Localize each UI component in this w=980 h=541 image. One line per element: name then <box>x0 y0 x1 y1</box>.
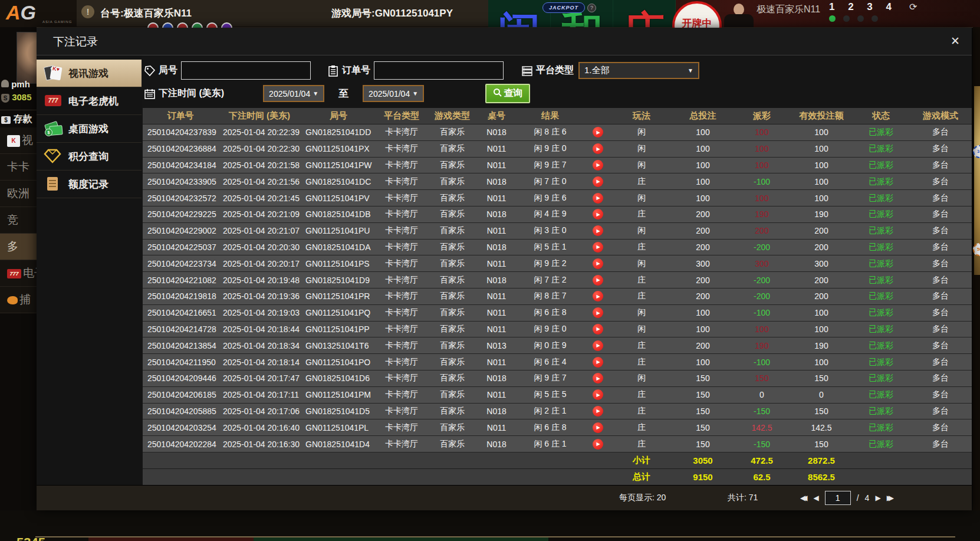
cards-icon: 9 K♥ <box>44 65 64 81</box>
bg-menu-item-kaka[interactable]: 卡卡 <box>0 154 37 181</box>
play-icon[interactable]: ▶ <box>593 209 603 219</box>
cell-payout: 190 <box>734 209 790 219</box>
table-row: 2501042042250372025-01-04 20:20:30GN0182… <box>143 240 972 256</box>
help-icon[interactable]: ? <box>587 4 596 12</box>
nav-item-slots[interactable]: 777 电子老虎机 <box>37 87 142 115</box>
screen: AG ASIA GAMING ! 台号:极速百家乐N11 游戏局号:GN0112… <box>0 0 980 541</box>
play-icon[interactable]: ▶ <box>593 291 603 301</box>
play-icon[interactable]: ▶ <box>593 225 603 236</box>
refresh-icon[interactable]: ⟳ <box>909 1 917 12</box>
cell-total: 100 <box>672 308 734 317</box>
play-icon[interactable]: ▶ <box>593 406 603 417</box>
cell-round: GN011251041PR <box>301 291 376 301</box>
cell-status: 已派彩 <box>853 439 909 450</box>
page-number-input[interactable] <box>825 491 851 505</box>
cell-mode: 多台 <box>909 389 972 400</box>
cell-mode: 多台 <box>909 439 972 450</box>
bg-menu-item-fishing[interactable]: 捕 <box>0 287 37 313</box>
cell-mode: 多台 <box>909 242 972 253</box>
col-header-order: 订单号 <box>143 110 218 122</box>
cell-result: 闲 9 庄 0 <box>515 143 585 154</box>
bet-button-player[interactable]: 闲 <box>488 0 551 27</box>
cell-mode: 多台 <box>909 258 972 269</box>
table-header-row: 订单号下注时间 (美东)局号平台类型游戏类型桌号结果玩法总投注派彩有效投注额状态… <box>143 108 972 124</box>
cell-bet: 庄 <box>611 209 672 219</box>
cell-order: 250104204234184 <box>143 160 218 170</box>
modal-title-bar: 下注记录 ✕ <box>37 28 972 55</box>
date-from-select[interactable]: 2025/01/04 ▼ <box>263 85 324 102</box>
subtotal-row-cell-total: 3050 <box>672 455 734 465</box>
next-page-icon[interactable]: ▶ <box>875 494 880 502</box>
bg-menu-item-video[interactable]: K视 <box>0 127 37 154</box>
play-icon[interactable]: ▶ <box>593 439 603 450</box>
bet-button-banker[interactable]: 庄 <box>613 0 676 27</box>
play-icon[interactable]: ▶ <box>593 357 603 368</box>
bg-menu-item-slots[interactable]: 777电子 <box>0 260 37 287</box>
nav-item-table-games[interactable]: $ 桌面游戏 <box>37 115 142 143</box>
cell-valid: 150 <box>790 373 853 383</box>
play-icon[interactable]: ▶ <box>593 340 603 351</box>
cell-bet: 闲 <box>611 193 672 204</box>
camera-numbers[interactable]: 1 2 3 4 <box>829 1 897 13</box>
cell-order: 250104204202284 <box>143 440 218 449</box>
play-icon[interactable]: ▶ <box>593 176 603 187</box>
bg-menu-item-jing[interactable]: 竞 <box>0 207 37 234</box>
play-icon[interactable]: ▶ <box>593 143 603 154</box>
nav-label: 桌面游戏 <box>68 122 108 136</box>
camera-dot-active <box>829 15 836 22</box>
jackpot-badge[interactable]: JACKPOT <box>542 2 585 13</box>
play-icon[interactable]: ▶ <box>593 324 603 335</box>
date-to-select[interactable]: 2025/01/04 ▼ <box>363 85 424 102</box>
round-id-input[interactable] <box>181 61 311 80</box>
play-icon[interactable]: ▶ <box>593 373 603 383</box>
cell-play: ▶ <box>585 143 611 154</box>
nav-item-video-games[interactable]: 9 K♥ 视讯游戏 <box>37 60 142 87</box>
cell-valid: 100 <box>790 144 853 153</box>
bg-menu-item-multi[interactable]: 多 <box>0 234 37 260</box>
camera-dot <box>872 15 878 22</box>
query-button[interactable]: 查询 <box>485 84 530 103</box>
cell-play: ▶ <box>585 439 611 450</box>
close-icon[interactable]: ✕ <box>951 34 960 48</box>
cell-platform: 卡卡湾厅 <box>376 307 427 318</box>
cell-status: 已派彩 <box>853 258 909 269</box>
nav-item-quota-records[interactable]: 额度记录 <box>37 171 142 198</box>
play-icon[interactable]: ▶ <box>593 127 603 137</box>
col-header-total: 总投注 <box>672 110 734 122</box>
play-icon[interactable]: ▶ <box>593 389 603 400</box>
play-icon[interactable]: ▶ <box>593 307 603 318</box>
last-page-icon[interactable]: ▶▶ <box>887 494 894 502</box>
prev-page-icon[interactable]: ◀ <box>813 494 818 502</box>
subtotal-row-cell-bet: 小计 <box>611 455 672 466</box>
play-icon[interactable]: ▶ <box>593 160 603 171</box>
date-from-value: 2025/01/04 <box>269 89 310 99</box>
platform-type-select[interactable]: 1.全部 ▼ <box>578 62 699 79</box>
grand-total-row-cell-payout: 62.5 <box>734 472 790 482</box>
cell-order: 250104204213854 <box>143 341 218 350</box>
play-icon[interactable]: ▶ <box>593 258 603 269</box>
cell-play: ▶ <box>585 209 611 219</box>
play-icon[interactable]: ▶ <box>593 275 603 286</box>
divider <box>0 110 37 110</box>
cell-mode: 多台 <box>909 209 972 219</box>
cell-result: 闲 4 庄 9 <box>515 209 585 219</box>
table-row: 2501042042210822025-01-04 20:19:48GN0182… <box>143 272 972 288</box>
play-icon[interactable]: ▶ <box>593 193 603 204</box>
cell-time: 2025-01-04 20:18:44 <box>218 324 301 334</box>
cell-order: 250104204216651 <box>143 308 218 317</box>
first-page-icon[interactable]: ◀◀ <box>800 494 807 502</box>
cell-mode: 多台 <box>909 340 972 351</box>
play-icon[interactable]: ▶ <box>593 242 603 253</box>
bg-menu-item-europe[interactable]: 欧洲 <box>0 181 37 207</box>
table-row: 2501042042368842025-01-04 20:22:30GN0112… <box>143 141 972 158</box>
order-filter-label: 订单号 <box>327 64 370 77</box>
cell-order: 250104204209446 <box>143 373 218 383</box>
nav-item-points-query[interactable]: 积分查询 <box>37 143 142 171</box>
order-id-input[interactable] <box>374 61 504 80</box>
cell-game: 百家乐 <box>427 127 478 137</box>
play-icon[interactable]: ▶ <box>593 422 603 433</box>
cell-payout: 150 <box>734 373 790 383</box>
col-header-table: 桌号 <box>478 110 515 122</box>
cell-mode: 多台 <box>909 422 972 433</box>
cell-mode: 多台 <box>909 324 972 335</box>
